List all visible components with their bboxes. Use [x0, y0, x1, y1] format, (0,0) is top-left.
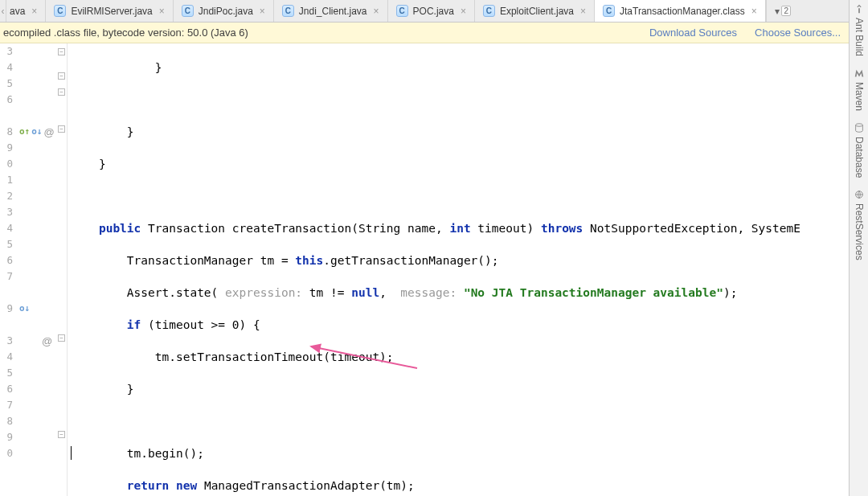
close-icon[interactable]: ×: [580, 6, 586, 17]
tab-jtatransactionmanager[interactable]: CJtaTransactionManager.class×: [595, 0, 766, 22]
class-icon: C: [396, 5, 408, 17]
class-icon: C: [54, 5, 66, 17]
ant-icon: [854, 3, 865, 14]
tab-partial[interactable]: ava×: [6, 0, 46, 22]
close-icon[interactable]: ×: [751, 6, 757, 17]
fold-toggle[interactable]: [58, 431, 65, 438]
class-icon: C: [483, 5, 495, 17]
class-icon: C: [182, 5, 194, 17]
database-icon: [854, 122, 865, 133]
download-sources-link[interactable]: Download Sources: [649, 27, 737, 39]
code-editor[interactable]: 3456 89012 34567 9 34567890 o↑o↓@ o↓ @: [0, 43, 849, 496]
fold-toggle[interactable]: [58, 48, 65, 55]
close-icon[interactable]: ×: [374, 6, 379, 17]
toolwindow-maven[interactable]: Maven: [854, 68, 865, 111]
close-icon[interactable]: ×: [31, 6, 37, 17]
close-icon[interactable]: ×: [461, 6, 466, 17]
editor-tabbar: ‹ ava× CEvilRMIServer.java× CJndiPoc.jav…: [0, 0, 849, 23]
tab-exploitclient[interactable]: CExploitClient.java×: [475, 0, 595, 22]
class-icon: C: [282, 5, 294, 17]
svg-point-1: [855, 124, 862, 127]
text-caret: [71, 446, 72, 460]
choose-sources-link[interactable]: Choose Sources...: [755, 27, 841, 39]
decompiled-infobar: ecompiled .class file, bytecode version:…: [0, 23, 849, 43]
gutter-markers: o↑o↓@ o↓ @: [16, 43, 56, 496]
code-content[interactable]: } } } public Transaction createTransacti…: [68, 43, 849, 496]
fold-toggle[interactable]: [58, 125, 65, 133]
close-icon[interactable]: ×: [260, 6, 265, 17]
annotation-marker[interactable]: @: [42, 333, 52, 349]
class-icon: C: [603, 5, 615, 17]
tab-jndipoc[interactable]: CJndiPoc.java×: [174, 0, 274, 22]
override-marker[interactable]: o↑o↓@: [19, 124, 55, 140]
right-toolwindow-bar: Ant Build Maven Database RestServices: [849, 0, 868, 496]
implements-marker[interactable]: o↓: [19, 301, 30, 317]
fold-gutter: [56, 43, 68, 496]
toolwindow-rest[interactable]: RestServices: [854, 189, 865, 260]
tab-evilrmiserver[interactable]: CEvilRMIServer.java×: [46, 0, 173, 22]
toolwindow-database[interactable]: Database: [854, 122, 865, 178]
toolwindow-ant[interactable]: Ant Build: [854, 3, 865, 56]
close-icon[interactable]: ×: [159, 6, 165, 17]
tab-overflow[interactable]: ▾ 2: [766, 0, 800, 22]
tab-scroll-left[interactable]: ‹: [0, 0, 6, 22]
fold-toggle[interactable]: [58, 334, 65, 342]
fold-toggle[interactable]: [58, 88, 65, 96]
infobar-message: ecompiled .class file, bytecode version:…: [3, 27, 248, 39]
line-number-gutter: 3456 89012 34567 9 34567890: [0, 43, 16, 496]
rest-icon: [854, 189, 865, 200]
maven-icon: [854, 68, 865, 79]
fold-toggle[interactable]: [58, 72, 65, 80]
tab-jndiclient[interactable]: CJndi_Client.java×: [274, 0, 388, 22]
tab-poc[interactable]: CPOC.java×: [388, 0, 475, 22]
